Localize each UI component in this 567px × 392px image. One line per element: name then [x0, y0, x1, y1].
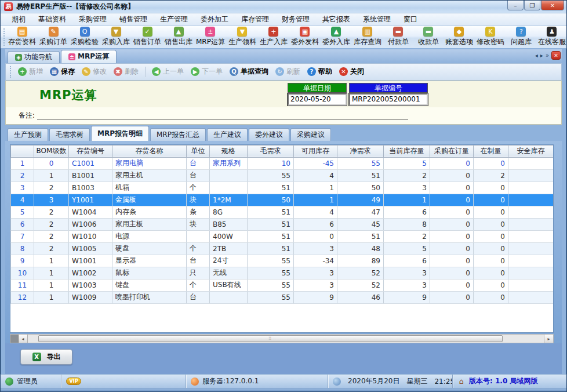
menu-item[interactable]: 委外加工 — [194, 13, 235, 26]
table-row[interactable]: 4 3 Y1001 金属板 块 1*2M 50 1 49 1 0 0 — [11, 194, 554, 206]
form-toolbar-button[interactable]: Q 单据查询 — [226, 65, 272, 78]
menu-item[interactable]: 系统管理 — [357, 13, 397, 26]
toolbar-button[interactable]: ▣ 委外发料 — [289, 26, 321, 48]
remark-input[interactable] — [37, 111, 408, 119]
close-button[interactable]: ✕ — [541, 1, 564, 10]
form-toolbar-button[interactable]: ✕ 关闭 — [336, 65, 368, 78]
cell-current-stock: 3 — [384, 279, 430, 291]
report-subtab[interactable]: 毛需求树 — [49, 128, 90, 141]
outsource-in-icon: ▲ — [331, 27, 341, 37]
form-toolbar-button[interactable]: ✎ 修改 — [78, 65, 110, 78]
column-header[interactable]: 净需求 — [337, 145, 384, 157]
toolbar-button[interactable]: Q 采购检验 — [69, 26, 100, 48]
toolbar-button[interactable]: ▤ 存货资料 — [6, 26, 38, 48]
column-header[interactable]: BOM级数 — [34, 145, 69, 157]
column-header[interactable]: 存货编号 — [69, 145, 112, 157]
menu-item[interactable]: 窗口 — [397, 13, 424, 26]
table-row[interactable]: 12 1 W1009 喷墨打印机 台 55 9 46 9 0 0 — [11, 291, 554, 303]
table-row[interactable]: 5 2 W1004 内存条 条 8G 51 4 47 6 0 0 — [11, 206, 554, 218]
horizontal-scrollbar[interactable]: ◂ ⦙⦙ ▸ — [10, 334, 554, 343]
menu-item[interactable]: 销售管理 — [113, 13, 154, 26]
toolbar-button[interactable]: ▼ 生产领料 — [227, 26, 258, 48]
form-toolbar-button[interactable]: ? 帮助 — [304, 65, 336, 78]
menu-item[interactable]: 库存管理 — [235, 13, 275, 26]
scrollbar-track[interactable]: ⦙⦙ — [28, 335, 544, 343]
table-row[interactable]: 11 1 W1003 键盘 个 USB有线 55 3 52 3 0 0 — [11, 279, 554, 291]
status-server-section: 服务器:127.0.0.1 — [186, 375, 328, 388]
tab-close-icon[interactable]: ✕ — [551, 51, 561, 60]
toolbar-button[interactable]: K 修改密码 — [475, 26, 506, 48]
doc-number-input[interactable] — [349, 93, 428, 106]
minimize-button[interactable]: – — [507, 1, 524, 10]
server-icon — [191, 378, 199, 386]
menu-item[interactable]: 其它报表 — [316, 13, 357, 26]
report-subtab[interactable]: MRP报告汇总 — [150, 128, 206, 141]
form-toolbar-button[interactable]: ▦ 保存 — [46, 65, 78, 78]
toolbar-button[interactable]: ◆ 账套选项 — [444, 26, 475, 48]
form-toolbar-button[interactable]: ✖ 删除 — [110, 65, 142, 78]
report-subtab[interactable]: 采购建议 — [290, 128, 331, 141]
edit-icon: ✎ — [82, 67, 90, 76]
toolbar-button[interactable]: ▬ 付款单 — [383, 26, 413, 48]
cell-po-qty: 0 — [430, 169, 474, 182]
cell-safety-stock — [508, 242, 554, 255]
column-header[interactable]: 安全库存 — [508, 145, 554, 157]
table-row[interactable]: 6 2 W1006 家用主板 块 B85 51 6 45 8 0 0 — [11, 218, 554, 230]
column-header[interactable]: 单位 — [187, 145, 210, 157]
column-header[interactable]: 可用库存 — [294, 145, 337, 157]
column-header[interactable]: 存货名称 — [112, 145, 187, 157]
toolbar-button[interactable]: ? 问题库 — [506, 26, 536, 48]
tab-scroll-right-icon[interactable]: ▸ — [540, 52, 543, 59]
column-header[interactable] — [11, 145, 34, 157]
toolbar-button[interactable]: ± MRP运算 — [194, 26, 227, 48]
report-subtab[interactable]: 委外建议 — [249, 128, 289, 141]
toolbar-button[interactable]: ▥ 库存查询 — [352, 26, 383, 48]
table-row[interactable]: 2 1 B1001 家用主机 台 55 4 51 2 0 2 — [11, 169, 554, 182]
menu-item[interactable]: 财务管理 — [275, 13, 316, 26]
toolbar-button[interactable]: ✎ 采购订单 — [38, 26, 69, 48]
toolbar-button[interactable]: ▼ 采购入库 — [100, 26, 132, 48]
menu-item[interactable]: 生产管理 — [154, 13, 194, 26]
column-header[interactable]: 采购在订量 — [430, 145, 474, 157]
table-row[interactable]: 7 2 W1010 电源 400W 51 0 51 2 0 0 — [11, 230, 554, 242]
table-row[interactable]: 10 1 W1002 鼠标 只 无线 55 3 52 3 0 0 — [11, 267, 554, 279]
toolbar-button[interactable]: ✓ 销售订单 — [132, 26, 163, 48]
toolbar-button[interactable]: ▲ 委外入库 — [321, 26, 352, 48]
report-subtab[interactable]: MRP报告明细 — [91, 126, 149, 141]
table-row[interactable]: 8 2 W1005 硬盘 个 2TB 51 3 48 5 0 0 — [11, 242, 554, 255]
cell-gross-demand: 10 — [248, 157, 294, 169]
cell-bom-level: 1 — [34, 267, 69, 279]
toolbar-button[interactable]: + 生产入库 — [258, 26, 289, 48]
scroll-right-icon[interactable]: ▸ — [544, 335, 553, 343]
form-toolbar-button[interactable]: + 新增 — [14, 65, 46, 78]
mdi-tab[interactable]: ± MRP运算 — [61, 50, 117, 63]
table-row[interactable]: 3 2 B1003 机箱 个 51 1 50 3 0 0 — [11, 182, 554, 194]
menu-item[interactable]: 期初 — [5, 13, 32, 26]
menu-item[interactable]: 基础资料 — [32, 13, 72, 26]
column-header[interactable]: 在制量 — [474, 145, 508, 157]
column-header[interactable]: 当前库存量 — [384, 145, 430, 157]
toolbar-button[interactable]: ♟ 在线客服 — [536, 26, 566, 48]
scroll-left-icon[interactable]: ◂ — [19, 335, 28, 343]
column-header[interactable]: 毛需求 — [248, 145, 294, 157]
export-button[interactable]: X 导出 — [20, 349, 72, 365]
table-row[interactable]: 9 1 W1001 显示器 台 24寸 55 -34 89 6 0 0 — [11, 255, 554, 267]
form-toolbar-button[interactable]: ◀ 上一单 — [148, 65, 187, 78]
toolbar-button[interactable]: ▬ 收款单 — [413, 26, 444, 48]
report-subtab[interactable]: 生产预测 — [8, 128, 48, 141]
menu-item[interactable]: 采购管理 — [72, 13, 113, 26]
doc-date-input[interactable] — [288, 93, 347, 106]
maximize-button[interactable]: ❐ — [524, 1, 540, 10]
form-toolbar-button[interactable]: ▶ 下一单 — [187, 65, 226, 78]
cell-item-name: 家用电脑 — [112, 157, 187, 169]
help-icon: ? — [307, 67, 316, 76]
column-header[interactable]: 规格 — [210, 145, 248, 157]
form-toolbar-button[interactable]: ↻ 刷新 — [272, 65, 304, 78]
table-row[interactable]: 1 0 C1001 家用电脑 台 家用系列 10 -45 55 5 0 0 — [11, 157, 554, 169]
tab-more-icon[interactable]: » — [546, 52, 549, 59]
report-subtab[interactable]: 生产建议 — [207, 128, 248, 141]
toolbar-button[interactable]: ▲ 销售出库 — [163, 26, 194, 48]
scrollbar-thumb[interactable]: ⦙⦙ — [38, 335, 503, 342]
tab-scroll-left-icon[interactable]: ◂ — [535, 52, 538, 59]
mdi-tab[interactable]: ◈ 功能导航 — [8, 51, 60, 63]
